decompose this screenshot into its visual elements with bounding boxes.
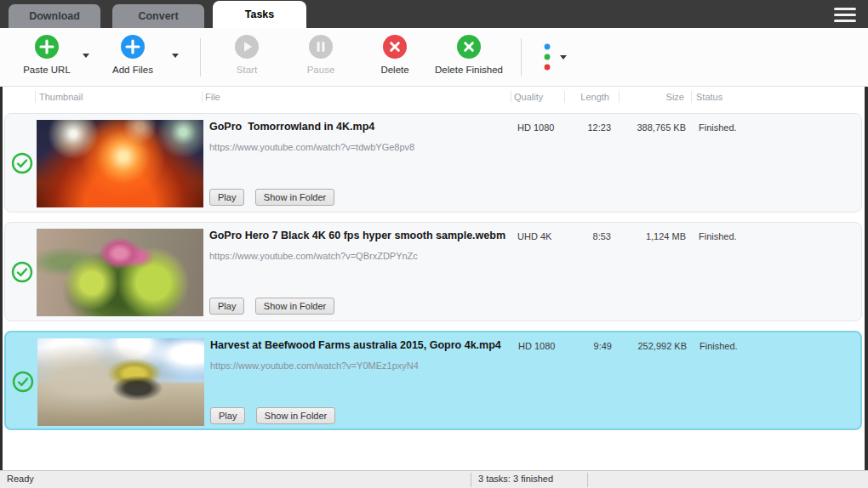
paste-url-label: Paste URL xyxy=(13,65,81,75)
pause-icon xyxy=(308,34,334,60)
size-value: 252,992 KB xyxy=(585,341,687,351)
show-in-folder-button[interactable]: Show in Folder xyxy=(256,407,335,424)
statusbar-separator xyxy=(471,473,471,487)
status-value: Finished. xyxy=(699,231,737,241)
paste-url-button[interactable]: Paste URL xyxy=(13,34,81,75)
status-tasks-text: 3 tasks: 3 finished xyxy=(478,474,553,484)
show-in-folder-button[interactable]: Show in Folder xyxy=(255,298,334,315)
file-url: https://www.youtube.com/watch?v=QBrxZDPY… xyxy=(209,251,418,261)
task-row-harvest[interactable]: Harvest at Beefwood Farms australia 2015… xyxy=(4,331,862,430)
file-url: https://www.youtube.com/watch?v=tdwbYGe8… xyxy=(209,142,414,152)
three-dots-icon[interactable] xyxy=(542,43,552,73)
file-url: https://www.youtube.com/watch?v=Y0MEz1px… xyxy=(210,360,419,371)
tab-bar: Download Convert Tasks xyxy=(0,0,868,28)
toolbar-separator xyxy=(521,38,522,77)
file-title: GoPro Tomorrowland in 4K.mp4 xyxy=(209,121,374,133)
header-separator xyxy=(35,91,36,103)
row-actions: Play Show in Folder xyxy=(209,298,341,315)
hamburger-bar xyxy=(834,20,856,22)
delete-label: Delete xyxy=(361,65,429,75)
check-circle-icon xyxy=(11,152,33,174)
play-button[interactable]: Play xyxy=(209,189,244,206)
file-title: Harvest at Beefwood Farms australia 2015… xyxy=(210,339,501,351)
hamburger-menu-icon[interactable] xyxy=(834,8,856,22)
video-thumbnail xyxy=(37,338,204,426)
pause-button[interactable]: Pause xyxy=(287,34,355,75)
start-label: Start xyxy=(213,65,281,75)
hamburger-bar xyxy=(834,8,856,10)
check-circle-icon xyxy=(12,371,34,393)
video-thumbnail xyxy=(37,120,203,207)
add-files-button[interactable]: Add Files xyxy=(99,34,167,75)
table-header: Thumbnail File Quality Length Size Statu… xyxy=(0,88,868,108)
size-value: 1,124 MB xyxy=(584,231,686,241)
header-separator xyxy=(202,91,203,103)
overflow-caret-down-icon[interactable] xyxy=(560,55,567,60)
column-header-thumbnail[interactable]: Thumbnail xyxy=(39,88,83,106)
play-button[interactable]: Play xyxy=(209,298,244,315)
status-value: Finished. xyxy=(700,341,738,351)
app-window: Download Convert Tasks Paste URL Add Fil… xyxy=(0,0,868,488)
header-separator xyxy=(691,91,692,103)
row-actions: Play Show in Folder xyxy=(210,407,342,424)
check-circle-icon xyxy=(11,261,33,283)
delete-finished-button[interactable]: Delete Finished xyxy=(428,34,510,75)
delete-finished-label: Delete Finished xyxy=(428,65,510,75)
show-in-folder-button[interactable]: Show in Folder xyxy=(255,189,334,206)
task-row-tomorrowland[interactable]: GoPro Tomorrowland in 4K.mp4 https://www… xyxy=(4,113,862,213)
toolbar-separator xyxy=(200,38,201,77)
hamburger-bar xyxy=(834,14,856,16)
plus-icon xyxy=(34,34,60,60)
add-files-label: Add Files xyxy=(99,65,167,75)
header-separator xyxy=(511,91,511,103)
column-header-quality[interactable]: Quality xyxy=(514,88,543,106)
plus-icon xyxy=(120,34,146,60)
play-button[interactable]: Play xyxy=(210,407,245,424)
toolbar: Paste URL Add Files Start Pa xyxy=(0,28,868,87)
status-ready-text: Ready xyxy=(7,474,34,484)
column-header-size[interactable]: Size xyxy=(597,88,684,106)
delete-button[interactable]: Delete xyxy=(361,34,429,75)
tab-convert[interactable]: Convert xyxy=(112,4,204,28)
video-thumbnail xyxy=(37,229,203,316)
row-actions: Play Show in Folder xyxy=(209,189,341,206)
column-header-file[interactable]: File xyxy=(205,88,220,106)
add-files-caret-down-icon[interactable] xyxy=(172,54,179,58)
paste-url-caret-down-icon[interactable] xyxy=(83,54,89,58)
status-value: Finished. xyxy=(699,122,737,133)
x-icon xyxy=(456,34,482,60)
size-value: 388,765 KB xyxy=(584,122,686,133)
tab-tasks[interactable]: Tasks xyxy=(213,1,306,28)
play-icon xyxy=(234,34,260,60)
pause-label: Pause xyxy=(287,65,355,75)
start-button[interactable]: Start xyxy=(213,34,281,75)
tab-download[interactable]: Download xyxy=(9,4,100,28)
statusbar-separator xyxy=(587,473,588,487)
column-header-status[interactable]: Status xyxy=(696,88,722,106)
status-bar: Ready 3 tasks: 3 finished xyxy=(0,470,868,488)
x-icon xyxy=(382,34,408,60)
task-row-gopro-hero7[interactable]: GoPro Hero 7 Black 4K 60 fps hyper smoot… xyxy=(4,222,862,321)
file-title: GoPro Hero 7 Black 4K 60 fps hyper smoot… xyxy=(209,230,505,241)
